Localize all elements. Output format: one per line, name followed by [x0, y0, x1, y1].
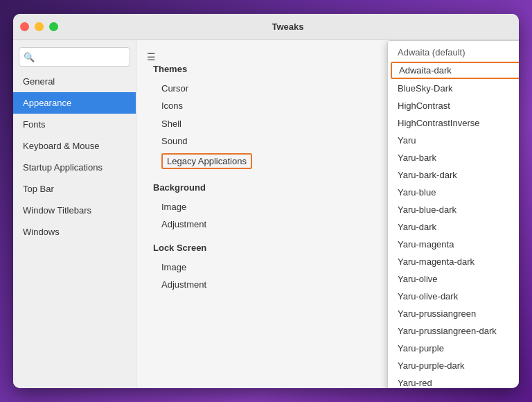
main-content: Themes Cursor Icons Shell (None) 📁 Sound… [136, 40, 519, 388]
maximize-button[interactable] [49, 22, 58, 31]
dropdown-item-yaru-dark[interactable]: Yaru-dark [388, 218, 519, 236]
sidebar-item-fonts[interactable]: Fonts [13, 114, 136, 135]
bg-image-label: Image [161, 202, 186, 212]
ls-image-label: Image [161, 262, 186, 272]
legacy-applications-label[interactable]: Legacy Applications [161, 153, 252, 169]
dropdown-item-yaru-bark-dark[interactable]: Yaru-bark-dark [388, 166, 519, 184]
dropdown-item-yaru-olive[interactable]: Yaru-olive [388, 270, 519, 288]
titlebar: Tweaks [13, 14, 519, 40]
cursor-label: Cursor [161, 83, 188, 94]
minimize-button[interactable] [35, 22, 44, 31]
dropdown-item-yaru-prussiangreen[interactable]: Yaru-prussiangreen [388, 305, 519, 322]
content-area: 🔍 ☰ General Appearance Fonts Keyboard & … [13, 40, 519, 388]
shell-label: Shell [161, 119, 181, 129]
dropdown-item-yaru-purple[interactable]: Yaru-purple [388, 340, 519, 357]
bg-adjustment-label: Adjustment [161, 219, 206, 229]
sidebar-item-general[interactable]: General [13, 71, 136, 92]
dropdown-item-adwaita-default[interactable]: Adwaita (default) [388, 44, 519, 61]
tweaks-window: Tweaks 🔍 ☰ General Appearance Fonts Keyb… [13, 14, 519, 388]
dropdown-item-highcontrast[interactable]: HighContrast [388, 97, 519, 114]
sidebar-item-window-titlebars[interactable]: Window Titlebars [13, 200, 136, 221]
ls-adjustment-label: Adjustment [161, 279, 206, 290]
dropdown-item-yaru-magenta[interactable]: Yaru-magenta [388, 236, 519, 253]
icons-label: Icons [161, 101, 183, 111]
search-icon: 🔍 [24, 52, 35, 62]
dropdown-item-yaru-bark[interactable]: Yaru-bark [388, 149, 519, 166]
dropdown-item-yaru-magenta-dark[interactable]: Yaru-magenta-dark [388, 253, 519, 270]
sidebar-item-windows[interactable]: Windows [13, 221, 136, 243]
dropdown-item-yaru-prussiangreen-dark[interactable]: Yaru-prussiangreen-dark [388, 322, 519, 340]
sidebar-item-keyboard-mouse[interactable]: Keyboard & Mouse [13, 135, 136, 157]
dropdown-item-yaru-blue-dark[interactable]: Yaru-blue-dark [388, 201, 519, 218]
dropdown-item-highcontrastinverse[interactable]: HighContrastInverse [388, 114, 519, 132]
window-title: Tweaks [64, 21, 512, 32]
dropdown-item-bluesky-dark[interactable]: BlueSky-Dark [388, 80, 519, 97]
sound-label: Sound [161, 136, 188, 146]
sidebar-item-top-bar[interactable]: Top Bar [13, 178, 136, 200]
sidebar-item-startup-applications[interactable]: Startup Applications [13, 157, 136, 178]
search-bar[interactable]: 🔍 ☰ [19, 47, 130, 67]
sidebar-item-appearance[interactable]: Appearance [13, 92, 136, 114]
dropdown-item-adwaita-dark[interactable]: Adwaita-dark [391, 62, 519, 79]
sidebar: 🔍 ☰ General Appearance Fonts Keyboard & … [13, 40, 136, 388]
theme-dropdown[interactable]: Adwaita (default)Adwaita-darkBlueSky-Dar… [387, 40, 519, 388]
dropdown-item-yaru-olive-dark[interactable]: Yaru-olive-dark [388, 288, 519, 305]
dropdown-item-yaru-red[interactable]: Yaru-red [388, 374, 519, 388]
dropdown-item-yaru[interactable]: Yaru [388, 132, 519, 149]
search-input[interactable] [38, 52, 142, 62]
dropdown-item-yaru-blue[interactable]: Yaru-blue [388, 184, 519, 201]
close-button[interactable] [20, 22, 29, 31]
dropdown-item-yaru-purple-dark[interactable]: Yaru-purple-dark [388, 357, 519, 374]
